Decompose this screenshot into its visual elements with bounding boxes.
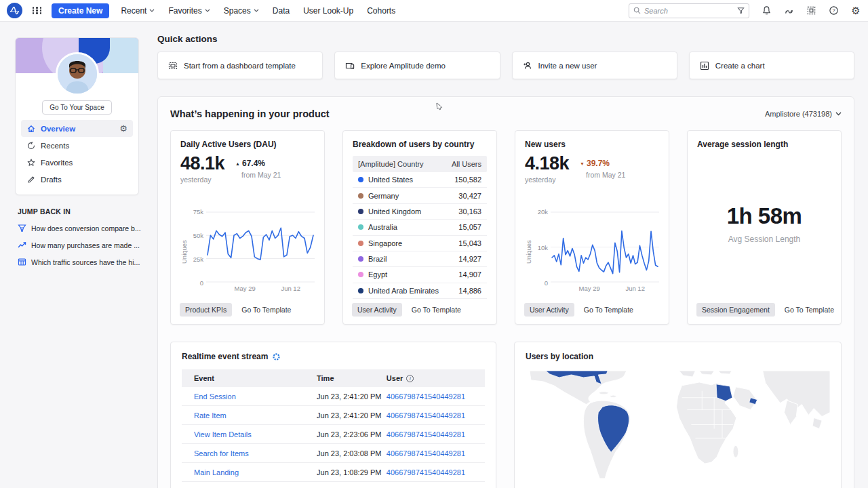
- dau-y-axis-label: Uniques: [180, 211, 189, 292]
- x-tick: Jun 12: [625, 285, 645, 292]
- delta-up-icon: ▲: [235, 161, 240, 166]
- jump-item-purchases[interactable]: How many purchases are made ...: [18, 241, 139, 249]
- search-input[interactable]: [644, 7, 734, 15]
- new-users-period: yesterday: [525, 176, 556, 184]
- series-color-dot: [358, 272, 363, 277]
- go-to-your-space-button[interactable]: Go To Your Space: [42, 100, 111, 115]
- select-region-icon[interactable]: [806, 5, 816, 16]
- country-badge[interactable]: User Activity: [352, 303, 402, 317]
- y-tick: 25k: [193, 255, 203, 262]
- table-row[interactable]: Germany30,427: [353, 188, 487, 203]
- jump-item-traffic-sources[interactable]: Which traffic sources have the hi...: [18, 258, 139, 266]
- quick-action-create-chart[interactable]: Create a chart: [689, 52, 854, 79]
- new-users-badge[interactable]: User Activity: [524, 303, 574, 317]
- event-link[interactable]: View Item Details: [182, 430, 304, 439]
- user-id-link[interactable]: 4066798741540449281: [374, 430, 485, 439]
- country-card-title: Breakdown of users by country: [353, 140, 487, 149]
- country-table-header: [Amplitude] CountryAll Users: [353, 156, 487, 172]
- table-row[interactable]: Brazil14,927: [353, 251, 487, 267]
- nav-spaces[interactable]: Spaces: [222, 6, 261, 16]
- nav-recent[interactable]: Recent: [119, 6, 157, 16]
- y-tick: 75k: [193, 208, 203, 216]
- y-tick: 50k: [193, 231, 203, 239]
- quick-action-label: Explore Amplitude demo: [361, 62, 446, 70]
- session-card-title: Average session length: [697, 140, 831, 149]
- quick-actions-row: Start from a dashboard template Explore …: [157, 52, 854, 79]
- jump-back-in-section: JUMP BACK IN How does conversion compare…: [15, 207, 139, 266]
- table-row[interactable]: Egypt14,907: [353, 267, 487, 283]
- settings-gear-icon[interactable]: ⚙: [850, 5, 861, 16]
- session-badge[interactable]: Session Engagement: [696, 303, 775, 317]
- overview-settings-gear-icon[interactable]: ⚙: [119, 123, 127, 134]
- chevron-down-icon: [254, 9, 259, 12]
- session-go-to-template-link[interactable]: Go To Template: [785, 306, 834, 314]
- country-go-to-template-link[interactable]: Go To Template: [412, 306, 461, 314]
- series-color-dot: [358, 209, 363, 214]
- quick-action-invite-user[interactable]: Invite a new user: [512, 52, 677, 79]
- dau-badge[interactable]: Product KPIs: [180, 303, 232, 317]
- funnel-chart-icon: [18, 224, 26, 232]
- panel-title: What’s happening in your product: [170, 108, 330, 119]
- table-row: End SessionJun 23, 2:41:20 PM40667987415…: [182, 387, 485, 406]
- new-users-compare: from May 21: [586, 171, 625, 179]
- x-tick: May 29: [235, 285, 256, 292]
- sidebar-item-favorites[interactable]: Favorites: [21, 154, 133, 171]
- jump-item-conversion[interactable]: How does conversion compare b...: [18, 224, 139, 232]
- dau-go-to-template-link[interactable]: Go To Template: [241, 306, 291, 314]
- user-id-link[interactable]: 4066798741540449281: [374, 392, 485, 401]
- jump-item-label: How many purchases are made ...: [31, 241, 140, 249]
- filter-funnel-icon[interactable]: [737, 7, 745, 14]
- create-new-button[interactable]: Create New: [52, 3, 109, 18]
- table-row[interactable]: United States150,582: [353, 172, 487, 188]
- new-users-delta: ▼39.7%: [580, 159, 625, 168]
- series-color-dot: [358, 288, 363, 293]
- info-icon[interactable]: i: [406, 375, 414, 382]
- country-breakdown-card: Breakdown of users by country [Amplitude…: [342, 130, 497, 325]
- table-row[interactable]: Singapore15,043: [353, 236, 487, 251]
- users-by-location-card: Users by location: [514, 342, 842, 488]
- x-tick: May 29: [579, 285, 600, 292]
- dashboard-template-icon: [168, 61, 178, 70]
- session-length-value: 1h 58m: [727, 203, 802, 229]
- search-box[interactable]: [629, 3, 749, 18]
- user-id-link[interactable]: 4066798741540449281: [374, 449, 485, 458]
- amplitude-logo-icon[interactable]: [7, 3, 22, 18]
- sidebar-item-drafts[interactable]: Drafts: [21, 171, 133, 188]
- avatar[interactable]: [56, 52, 99, 96]
- devices-icon: [345, 61, 355, 70]
- user-id-link[interactable]: 4066798741540449281: [374, 468, 485, 476]
- new-users-line-chart[interactable]: May 29 Jun 12: [551, 211, 659, 292]
- dau-line-chart[interactable]: May 29 Jun 12: [206, 211, 315, 292]
- table-row[interactable]: United Arab Emirates14,886: [353, 283, 487, 299]
- nav-cohorts[interactable]: Cohorts: [365, 6, 397, 16]
- pathfinder-icon[interactable]: [783, 5, 794, 16]
- user-id-link[interactable]: 4066798741540449281: [374, 411, 485, 420]
- quick-action-dashboard-template[interactable]: Start from a dashboard template: [157, 52, 323, 79]
- event-link[interactable]: Search for Items: [182, 449, 304, 458]
- event-link[interactable]: Main Landing: [182, 468, 304, 476]
- sidebar-item-overview[interactable]: Overview ⚙: [21, 120, 133, 137]
- live-indicator-icon: [273, 353, 280, 361]
- add-user-icon: [523, 61, 532, 70]
- nav-data[interactable]: Data: [271, 6, 292, 16]
- event-stream-header: Event Time Useri: [182, 369, 485, 387]
- top-nav: Create New Recent Favorites Spaces Data …: [0, 0, 868, 22]
- event-link[interactable]: Rate Item: [182, 411, 304, 420]
- world-map[interactable]: + −: [526, 371, 830, 488]
- table-row[interactable]: United Kingdom30,163: [353, 204, 487, 220]
- nav-user-lookup[interactable]: User Look-Up: [301, 6, 355, 16]
- notifications-bell-icon[interactable]: [761, 5, 772, 16]
- jump-back-in-title: JUMP BACK IN: [18, 207, 139, 216]
- nav-favorites[interactable]: Favorites: [166, 6, 212, 16]
- new-users-go-to-template-link[interactable]: Go To Template: [584, 306, 633, 314]
- project-selector[interactable]: Amplistore (473198): [765, 110, 842, 118]
- apps-grid-icon[interactable]: [32, 7, 42, 14]
- quick-action-label: Invite a new user: [538, 62, 597, 70]
- dau-value: 48.1k: [180, 155, 224, 173]
- table-row[interactable]: Australia15,057: [353, 220, 487, 235]
- event-link[interactable]: End Session: [182, 392, 304, 401]
- sidebar-item-recents[interactable]: Recents: [21, 137, 133, 154]
- help-icon[interactable]: ?: [828, 5, 839, 16]
- quick-action-explore-demo[interactable]: Explore Amplitude demo: [334, 52, 500, 79]
- y-tick: 10k: [538, 243, 548, 251]
